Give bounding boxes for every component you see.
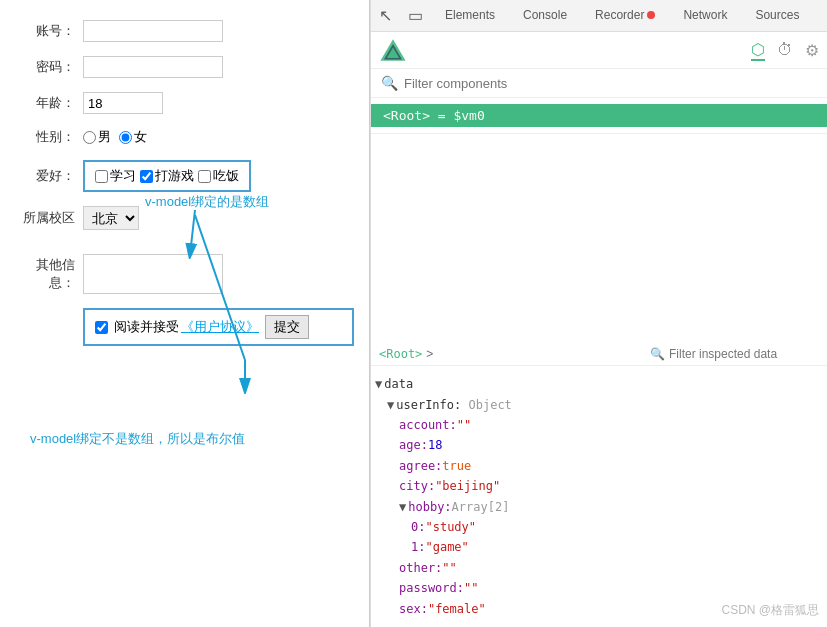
hobby-row: 爱好： 学习 打游戏 吃饭 [15, 160, 354, 192]
data-section-label: data [384, 374, 413, 394]
recorder-dot [647, 11, 655, 19]
data-section-header: ▼ data [375, 374, 823, 394]
field-agree-value: true [442, 456, 471, 476]
hobby-label: 爱好： [15, 167, 75, 185]
hobby-eat-text: 吃饭 [213, 167, 239, 185]
filter-inspected-icon: 🔍 [650, 347, 665, 361]
hobby-study-label[interactable]: 学习 [95, 167, 136, 185]
tab-console[interactable]: Console [517, 4, 573, 28]
userinfo-expand-icon[interactable]: ▼ [387, 395, 394, 415]
gender-male-label[interactable]: 男 [83, 128, 111, 146]
age-row: 年龄： [15, 92, 354, 114]
field-hobby: ▼ hobby: Array[2] [375, 497, 823, 517]
agree-box: 阅读并接受《用户协议》 提交 [83, 308, 354, 346]
hobby-game-checkbox[interactable] [140, 170, 153, 183]
left-panel: 账号： 密码： 年龄： 性别： 男 女 爱好： 学习 [0, 0, 370, 627]
password-label: 密码： [15, 58, 75, 76]
hobby-game-label[interactable]: 打游戏 [140, 167, 194, 185]
tab-sources[interactable]: Sources [749, 4, 805, 28]
field-other-value: "" [442, 558, 456, 578]
password-row: 密码： [15, 56, 354, 78]
right-panel: ↖ ▭ Elements Console Recorder Network So… [370, 0, 827, 627]
field-password-key: password: [399, 578, 464, 598]
agree-checkbox[interactable] [95, 321, 108, 334]
field-age: age: 18 [375, 435, 823, 455]
field-account-value: "" [457, 415, 471, 435]
field-city-key: city: [399, 476, 435, 496]
timeline-icon[interactable]: ⏱ [777, 41, 793, 59]
hobby-game-text: 打游戏 [155, 167, 194, 185]
field-other-key: other: [399, 558, 442, 578]
hobby-eat-label[interactable]: 吃饭 [198, 167, 239, 185]
settings-icon[interactable]: ⚙ [805, 41, 819, 60]
data-expand-icon[interactable]: ▼ [375, 374, 382, 394]
field-city: city: "beijing" [375, 476, 823, 496]
agree-label: 阅读并接受《用户协议》 [114, 318, 259, 336]
devtools-breadcrumb: <Root> > 🔍 [371, 343, 827, 366]
vue-toolbar-icons: ⬡ ⏱ ⚙ [751, 40, 819, 61]
school-select[interactable]: 北京 上海 广州 [83, 206, 139, 230]
breadcrumb-root-label[interactable]: <Root> [379, 347, 422, 361]
account-label: 账号： [15, 22, 75, 40]
hobby-0: 0: "study" [375, 517, 823, 537]
data-inspector: ▼ data ▼ userInfo: Object account: "" ag… [371, 366, 827, 627]
hobby-expand-icon[interactable]: ▼ [399, 497, 406, 517]
field-agree-key: agree: [399, 456, 442, 476]
hobby-1: 1: "game" [375, 537, 823, 557]
other-label: 其他信息： [15, 256, 75, 292]
userinfo-header: ▼ userInfo: Object [375, 395, 823, 415]
filter-search-icon: 🔍 [381, 75, 398, 91]
password-input[interactable] [83, 56, 223, 78]
annotation-bool: v-model绑定不是数组，所以是布尔值 [30, 430, 245, 448]
field-other: other: "" [375, 558, 823, 578]
breadcrumb-separator: > [426, 347, 433, 361]
hobby-1-value: "game" [425, 537, 468, 557]
submit-button[interactable]: 提交 [265, 315, 309, 339]
account-row: 账号： [15, 20, 354, 42]
tab-recorder[interactable]: Recorder [589, 4, 661, 28]
field-account-key: account: [399, 415, 457, 435]
gender-row: 性别： 男 女 [15, 128, 354, 146]
age-input[interactable] [83, 92, 163, 114]
gender-male-text: 男 [98, 128, 111, 146]
hobby-study-text: 学习 [110, 167, 136, 185]
component-filter-input[interactable] [404, 76, 817, 91]
agreement-link[interactable]: 《用户协议》 [181, 318, 259, 336]
userinfo-label: userInfo: Object [396, 395, 512, 415]
hobby-study-checkbox[interactable] [95, 170, 108, 183]
field-password-value: "" [464, 578, 478, 598]
tab-elements[interactable]: Elements [439, 4, 501, 28]
gender-female-radio[interactable] [119, 131, 132, 144]
hobby-0-key: 0: [411, 517, 425, 537]
filter-inspected-wrapper: 🔍 [437, 347, 819, 361]
gender-options: 男 女 [83, 128, 147, 146]
hobby-eat-checkbox[interactable] [198, 170, 211, 183]
component-filter: 🔍 [371, 69, 827, 98]
gender-label: 性别： [15, 128, 75, 146]
filter-inspected-input[interactable] [669, 347, 819, 361]
field-password: password: "" [375, 578, 823, 598]
csdn-watermark: CSDN @格雷狐思 [721, 602, 819, 619]
field-hobby-key: hobby: [408, 497, 451, 517]
field-sex-key: sex: [399, 599, 428, 619]
devtools-toolbar: ↖ ▭ Elements Console Recorder Network So… [371, 0, 827, 32]
tab-network[interactable]: Network [677, 4, 733, 28]
cursor-icon[interactable]: ↖ [379, 6, 392, 25]
root-component-item[interactable]: <Root> = $vm0 [371, 104, 827, 127]
hobby-box: 学习 打游戏 吃饭 [83, 160, 251, 192]
component-tree-icon[interactable]: ⬡ [751, 40, 765, 61]
vue-devtools-panel: ⬡ ⏱ ⚙ 🔍 <Root> = $vm0 <Root> > 🔍 [371, 32, 827, 627]
gender-male-radio[interactable] [83, 131, 96, 144]
field-account: account: "" [375, 415, 823, 435]
device-icon[interactable]: ▭ [408, 6, 423, 25]
field-age-key: age: [399, 435, 428, 455]
field-city-value: "beijing" [435, 476, 500, 496]
hobby-1-key: 1: [411, 537, 425, 557]
vue-logo [379, 36, 407, 64]
account-input[interactable] [83, 20, 223, 42]
other-textarea[interactable] [83, 254, 223, 294]
gender-female-label[interactable]: 女 [119, 128, 147, 146]
hobby-0-value: "study" [425, 517, 476, 537]
annotation-array: v-model绑定的是数组 [145, 193, 269, 211]
other-row: 其他信息： [15, 254, 354, 294]
